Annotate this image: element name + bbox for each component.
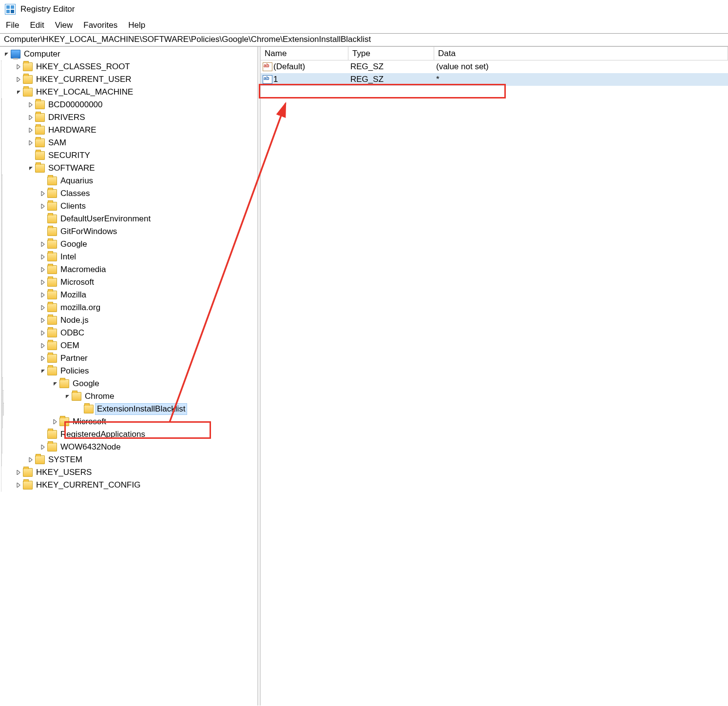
tree-node[interactable]: HKEY_CURRENT_CONFIG [1, 479, 257, 491]
tree-node-label[interactable]: SYSTEM [47, 454, 84, 465]
tree-node-label[interactable]: HARDWARE [47, 125, 98, 136]
menu-view[interactable]: View [55, 20, 73, 30]
expander-closed-icon[interactable] [39, 266, 46, 273]
tree-node[interactable]: Node.js [2, 314, 257, 327]
tree-node-label[interactable]: SOFTWARE [47, 163, 96, 174]
tree-node-label[interactable]: ODBC [59, 328, 86, 338]
tree-node-label[interactable]: Clients [59, 201, 87, 212]
tree-node-label[interactable]: Intel [59, 252, 77, 262]
menu-file[interactable]: File [6, 20, 19, 30]
tree-node[interactable]: Aquarius [2, 175, 257, 187]
expander-closed-icon[interactable] [39, 254, 46, 260]
tree-node[interactable]: Chrome [3, 390, 257, 403]
pane-splitter[interactable] [257, 47, 261, 706]
expander-open-icon[interactable] [39, 368, 46, 374]
column-data[interactable]: Data [434, 47, 728, 60]
values-pane[interactable]: Name Type Data (Default)REG_SZ(value not… [261, 47, 728, 706]
tree-node-label[interactable]: SAM [47, 137, 68, 148]
tree-node[interactable]: HKEY_CLASSES_ROOT [1, 60, 257, 73]
tree-node[interactable]: mozilla.org [2, 301, 257, 314]
tree-node[interactable]: Macromedia [2, 263, 257, 276]
tree-node[interactable]: DefaultUserEnvironment [2, 213, 257, 225]
tree-node[interactable]: SOFTWARE [2, 162, 257, 175]
tree-node-label[interactable]: DefaultUserEnvironment [59, 214, 152, 224]
address-bar[interactable]: Computer\HKEY_LOCAL_MACHINE\SOFTWARE\Pol… [0, 33, 728, 46]
tree-node-label[interactable]: BCD00000000 [47, 99, 104, 110]
expander-closed-icon[interactable] [39, 317, 46, 324]
expander-closed-icon[interactable] [39, 355, 46, 362]
tree-node-label[interactable]: HKEY_CURRENT_USER [35, 74, 133, 85]
menu-edit[interactable]: Edit [30, 20, 44, 30]
tree-node[interactable]: BCD00000000 [2, 98, 257, 111]
tree-node-label[interactable]: Google [59, 239, 89, 250]
tree-node-label[interactable]: Google [71, 378, 101, 389]
tree-node-label[interactable]: Chrome [83, 391, 115, 402]
tree-node-label[interactable]: ExtensionInstallBlacklist [96, 404, 187, 414]
tree-pane[interactable]: ComputerHKEY_CLASSES_ROOTHKEY_CURRENT_US… [0, 47, 257, 706]
tree-node-label[interactable]: HKEY_CLASSES_ROOT [35, 61, 132, 72]
tree-node-label[interactable]: Mozilla [59, 290, 88, 300]
tree-node[interactable]: Clients [2, 200, 257, 213]
tree-node[interactable]: HARDWARE [2, 124, 257, 137]
tree-node[interactable]: Google [3, 377, 257, 390]
tree-node-label[interactable]: OEM [59, 340, 81, 351]
expander-closed-icon[interactable] [15, 482, 22, 489]
expander-open-icon[interactable] [52, 380, 58, 387]
tree-node[interactable]: Google [2, 238, 257, 251]
expander-closed-icon[interactable] [39, 304, 46, 311]
tree-node-label[interactable]: Policies [59, 366, 91, 376]
expander-closed-icon[interactable] [15, 469, 22, 476]
expander-closed-icon[interactable] [39, 190, 46, 197]
tree-node[interactable]: ODBC [2, 327, 257, 339]
tree-node[interactable]: HKEY_LOCAL_MACHINE [1, 86, 257, 98]
expander-closed-icon[interactable] [27, 127, 34, 134]
expander-closed-icon[interactable] [39, 330, 46, 336]
tree-node[interactable]: Mozilla [2, 289, 257, 301]
tree-node-label[interactable]: Classes [59, 188, 91, 199]
tree-node[interactable]: OEM [2, 339, 257, 352]
expander-closed-icon[interactable] [15, 76, 22, 83]
tree-node-label[interactable]: GitForWindows [59, 226, 118, 237]
tree-node-label[interactable]: Aquarius [59, 176, 95, 186]
expander-closed-icon[interactable] [27, 456, 34, 463]
menu-help[interactable]: Help [128, 20, 145, 30]
tree-node[interactable]: ExtensionInstallBlacklist [4, 403, 257, 415]
expander-closed-icon[interactable] [27, 114, 34, 121]
tree-node[interactable]: Microsoft [3, 415, 257, 428]
column-name[interactable]: Name [261, 47, 348, 60]
tree-node[interactable]: GitForWindows [2, 225, 257, 238]
tree-node[interactable]: WOW6432Node [2, 441, 257, 453]
tree-node[interactable]: Computer [1, 48, 257, 60]
tree-node-label[interactable]: HKEY_LOCAL_MACHINE [35, 87, 134, 98]
tree-node-label[interactable]: Computer [22, 49, 62, 59]
expander-open-icon[interactable] [15, 89, 22, 96]
tree-node-label[interactable]: HKEY_USERS [35, 467, 93, 478]
tree-node[interactable]: Classes [2, 187, 257, 200]
expander-open-icon[interactable] [64, 393, 71, 400]
tree-node[interactable]: Partner [2, 352, 257, 365]
expander-closed-icon[interactable] [39, 444, 46, 451]
expander-closed-icon[interactable] [39, 203, 46, 210]
expander-closed-icon[interactable] [27, 101, 34, 108]
expander-closed-icon[interactable] [52, 418, 58, 425]
expander-closed-icon[interactable] [39, 292, 46, 298]
tree-node[interactable]: HKEY_CURRENT_USER [1, 73, 257, 86]
tree-node[interactable]: SYSTEM [2, 453, 257, 466]
tree-node[interactable]: RegisteredApplications [2, 428, 257, 441]
tree-node-label[interactable]: RegisteredApplications [59, 429, 147, 440]
expander-closed-icon[interactable] [15, 63, 22, 70]
value-row[interactable]: (Default)REG_SZ(value not set) [261, 60, 728, 73]
tree-node-label[interactable]: Node.js [59, 315, 90, 326]
tree-node[interactable]: Microsoft [2, 276, 257, 289]
tree-node[interactable]: Policies [2, 365, 257, 377]
expander-closed-icon[interactable] [39, 279, 46, 286]
expander-closed-icon[interactable] [39, 342, 46, 349]
tree-node-label[interactable]: WOW6432Node [59, 442, 122, 452]
tree-node[interactable]: SECURITY [2, 149, 257, 162]
tree-node[interactable]: Intel [2, 251, 257, 263]
tree-node-label[interactable]: Partner [59, 353, 89, 364]
column-type[interactable]: Type [348, 47, 434, 60]
tree-node[interactable]: HKEY_USERS [1, 466, 257, 479]
tree-node-label[interactable]: HKEY_CURRENT_CONFIG [35, 480, 142, 490]
tree-node-label[interactable]: Macromedia [59, 264, 108, 275]
